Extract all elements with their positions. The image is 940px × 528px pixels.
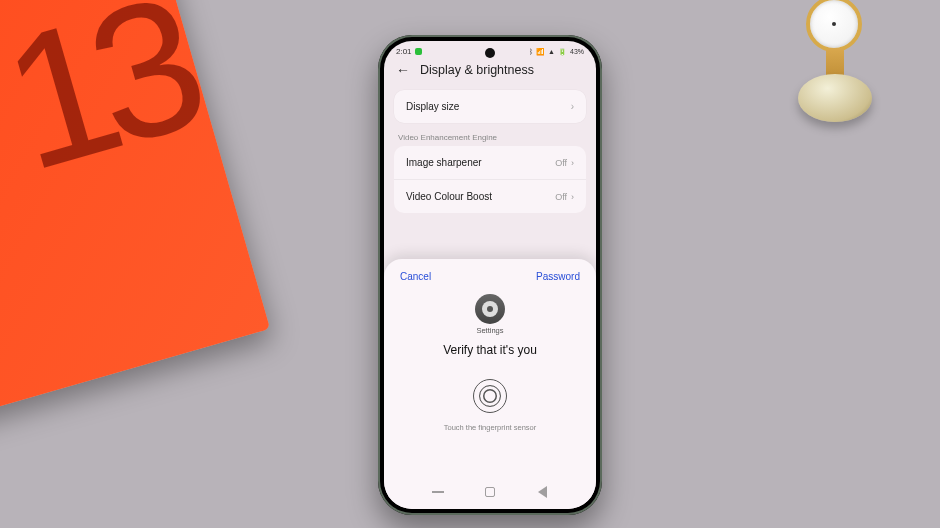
biometric-sheet: Cancel Password Settings Verify that it'… — [384, 259, 596, 509]
phone-screen: 2:01 ᛒ 📶 ▲ 🔋 43% ← Display & brightness … — [384, 41, 596, 509]
box-number: 13 — [0, 0, 211, 213]
status-app-icon — [415, 48, 422, 55]
nav-back-button[interactable] — [535, 485, 549, 499]
settings-app-icon — [475, 294, 505, 324]
page-header: ← Display & brightness — [384, 58, 596, 86]
bluetooth-icon: ᛒ — [529, 48, 533, 55]
clock-base — [798, 74, 872, 122]
image-sharpener-label: Image sharpener — [406, 157, 482, 168]
battery-text: 43% — [570, 48, 584, 55]
video-colour-boost-row[interactable]: Video Colour Boost Off › — [394, 179, 586, 213]
fingerprint-hint: Touch the fingerprint sensor — [384, 423, 596, 432]
gear-icon — [482, 301, 498, 317]
image-sharpener-state: Off — [555, 158, 567, 168]
password-button[interactable]: Password — [536, 271, 580, 282]
chevron-right-icon: › — [571, 158, 574, 168]
android-nav-bar — [384, 477, 596, 509]
display-size-row[interactable]: Display size › — [394, 90, 586, 123]
nav-recent-button[interactable] — [431, 485, 445, 499]
wifi-icon: ▲ — [548, 48, 555, 55]
page-title: Display & brightness — [420, 63, 534, 77]
display-size-label: Display size — [406, 101, 459, 112]
settings-app-label: Settings — [384, 326, 596, 335]
cancel-button[interactable]: Cancel — [400, 271, 431, 282]
image-sharpener-row[interactable]: Image sharpener Off › — [394, 146, 586, 179]
video-enhancement-group: Image sharpener Off › Video Colour Boost… — [394, 146, 586, 213]
status-time: 2:01 — [396, 47, 412, 56]
verify-title: Verify that it's you — [384, 343, 596, 357]
punch-hole-camera — [485, 48, 495, 58]
signal-icon: 📶 — [536, 48, 545, 56]
back-arrow-icon[interactable]: ← — [396, 62, 410, 78]
video-colour-boost-state: Off — [555, 192, 567, 202]
battery-icon: 🔋 — [558, 48, 567, 56]
video-colour-boost-label: Video Colour Boost — [406, 191, 492, 202]
phone-frame: 2:01 ᛒ 📶 ▲ 🔋 43% ← Display & brightness … — [378, 35, 602, 515]
fingerprint-icon[interactable] — [473, 379, 507, 413]
chevron-right-icon: › — [571, 101, 574, 112]
chevron-right-icon: › — [571, 192, 574, 202]
product-box: 13 — [0, 0, 270, 439]
desk-clock — [790, 0, 880, 122]
clock-face — [806, 0, 862, 52]
video-enhancement-section-label: Video Enhancement Engine — [384, 127, 596, 144]
nav-home-button[interactable] — [483, 485, 497, 499]
